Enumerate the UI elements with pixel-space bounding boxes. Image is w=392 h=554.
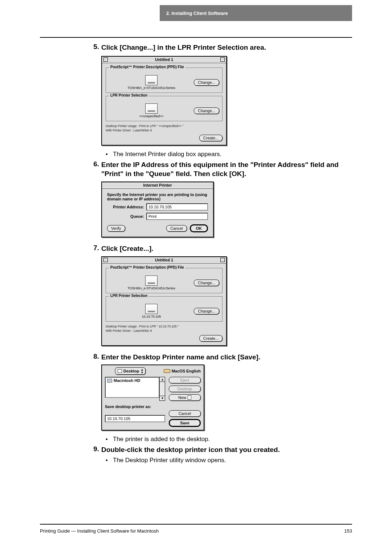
new-button-label: New — [178, 395, 186, 400]
bullet-dot: • — [106, 457, 113, 464]
volume-name: MacOS English — [172, 369, 201, 373]
lpr2-group-legend: LPR Printer Selection — [109, 294, 149, 298]
lpr2-printer-label: 10.10.70.105 — [109, 315, 194, 318]
footer-text: Printing Guide — Installing Client Softw… — [40, 528, 159, 534]
close-icon[interactable] — [103, 57, 108, 62]
bullet-dot: • — [106, 151, 113, 158]
printer-address-field[interactable]: 10.10.70.105 — [146, 203, 208, 211]
internet-printer-dialog: Internet Printer Specify the Internet pr… — [101, 182, 214, 237]
ppd2-file-label: TOSHIBA_e-STUDIO451cSeries — [109, 286, 194, 290]
step5-bullet: The Internet Printer dialog box appears. — [113, 151, 352, 158]
volume-label: MacOS English — [164, 369, 201, 373]
folder-icon — [118, 369, 122, 373]
page-number: 153 — [344, 528, 352, 534]
chapter-header-text: 2. Installing Client Software — [166, 11, 228, 16]
lpr-printer-label: <<unspecified>> — [109, 114, 194, 118]
location-dropdown[interactable]: Desktop ▴▾ — [115, 367, 146, 375]
step-5-text: Click [Change...] in the LPR Printer Sel… — [101, 43, 352, 52]
save-cancel-button[interactable]: Cancel — [169, 410, 201, 417]
new-doc-icon — [188, 395, 191, 400]
ppd-file-label: TOSHIBA_e-STUDIO451cSeries — [109, 86, 194, 90]
scroll-down-icon[interactable]: ▾ — [159, 396, 165, 401]
step-9-number: 9. — [90, 445, 101, 455]
ipdlg-message: Specify the Internet printer you are pri… — [107, 192, 208, 201]
driver-text: With Printer Driver : LaserWriter 8 — [106, 129, 222, 132]
lpr2-change-button[interactable]: Change... — [194, 308, 219, 314]
verify-button[interactable]: Verify — [107, 225, 125, 232]
step-8-number: 8. — [90, 353, 101, 362]
save-button[interactable]: Save — [169, 419, 201, 427]
usage2-text: Desktop Printer Usage : Print to LPR " 1… — [106, 325, 222, 328]
zoom-icon[interactable] — [220, 57, 225, 62]
lpr-printer-icon — [145, 103, 158, 114]
location-dropdown-label: Desktop — [123, 369, 139, 373]
step9-bullet: The Desktop Printer utility window opens… — [113, 457, 352, 464]
cancel-button[interactable]: Cancel — [166, 225, 187, 232]
printer-address-label: Printer Address: — [107, 205, 146, 209]
ppd-file-icon — [145, 75, 158, 85]
chapter-header: 2. Installing Client Software — [160, 5, 352, 21]
ppd2-change-button[interactable]: Change... — [194, 280, 219, 286]
lpr2-printer-icon — [145, 304, 158, 314]
folder-name: Macintosh HD — [114, 378, 140, 383]
driver2-text: With Printer Driver : LaserWriter 8 — [106, 329, 222, 333]
ppd-change-button[interactable]: Change... — [194, 79, 219, 86]
ppd2-group-legend: PostScript™ Printer Description (PPD) Fi… — [109, 265, 185, 269]
step-5-number: 5. — [90, 43, 101, 52]
step8-bullet: The printer is added to the desktop. — [113, 436, 352, 443]
scrollbar[interactable]: ▴ ▾ — [159, 377, 165, 401]
step-8-text: Enter the Desktop Printer name and click… — [101, 353, 352, 362]
save-dialog: Desktop ▴▾ MacOS English Macintosh HD ▴ — [101, 364, 204, 431]
scroll-up-icon[interactable]: ▴ — [159, 377, 165, 382]
page-footer: Printing Guide — Installing Client Softw… — [40, 524, 352, 534]
step-6-number: 6. — [90, 160, 101, 179]
list-item: Macintosh HD — [107, 378, 157, 383]
ppd-group-legend: PostScript™ Printer Description (PPD) Fi… — [109, 65, 185, 69]
dialog2-title: Untitled 1 — [102, 258, 226, 262]
step-9-text: Double-click the desktop printer icon th… — [101, 445, 352, 455]
file-list[interactable]: Macintosh HD — [105, 377, 159, 398]
new-button[interactable]: New — [169, 394, 201, 401]
step-6-text: Enter the IP Address of this equipment i… — [101, 160, 352, 179]
step-7-text: Click [Create...]. — [101, 244, 352, 253]
bullet-dot: • — [106, 436, 113, 443]
untitled-dialog-2: Untitled 1 PostScript™ Printer Descripti… — [101, 256, 227, 346]
step-7-number: 7. — [90, 244, 101, 253]
queue-field[interactable]: Print — [146, 213, 208, 220]
zoom-icon[interactable] — [220, 258, 225, 262]
folder-icon — [107, 379, 112, 383]
queue-label: Queue: — [107, 214, 146, 219]
create-button[interactable]: Create... — [199, 135, 222, 141]
close-icon[interactable] — [103, 258, 108, 262]
dropdown-arrows-icon: ▴▾ — [141, 368, 143, 374]
disk-icon — [164, 369, 170, 373]
save-prompt: Save desktop printer as: — [105, 404, 201, 409]
create2-button[interactable]: Create... — [199, 335, 222, 342]
lpr-change-button[interactable]: Change... — [194, 107, 219, 114]
scroll-track[interactable] — [159, 382, 165, 396]
untitled-dialog-1: Untitled 1 PostScript™ Printer Descripti… — [101, 56, 227, 146]
ipdlg-title: Internet Printer — [102, 183, 213, 187]
ok-button[interactable]: OK — [190, 224, 208, 232]
save-name-field[interactable]: 10.10.70.105 — [105, 415, 165, 422]
lpr-group-legend: LPR Printer Selection — [109, 93, 149, 97]
ppd2-file-icon — [145, 276, 158, 286]
desktop-button[interactable]: Desktop — [169, 386, 201, 392]
dialog1-title: Untitled 1 — [102, 57, 226, 62]
header-rule — [40, 37, 352, 38]
usage-text: Desktop Printer Usage : Print to LPR " <… — [106, 124, 222, 128]
eject-button[interactable]: Eject — [169, 377, 201, 383]
